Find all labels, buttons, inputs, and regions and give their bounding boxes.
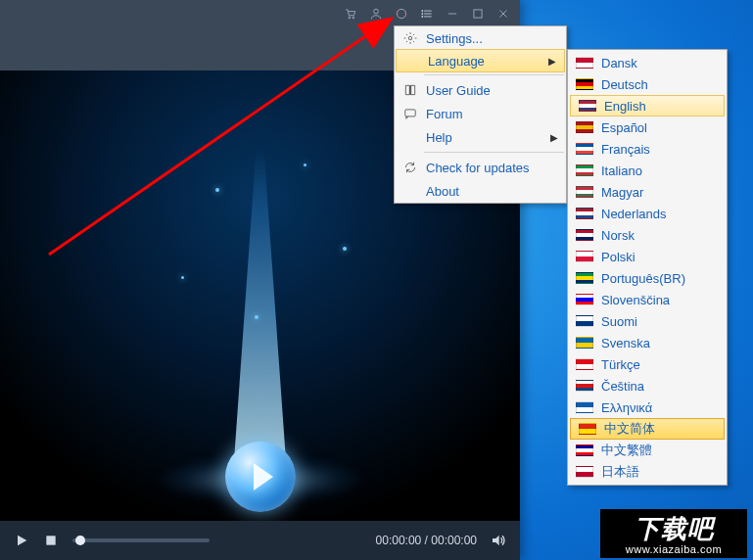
menu-item-language[interactable]: Language ▶	[396, 49, 565, 72]
menu-item-user-guide[interactable]: User Guide	[395, 78, 566, 102]
flag-icon	[576, 401, 593, 413]
flag-icon	[576, 186, 593, 198]
menu-item-settings[interactable]: Settings...	[395, 26, 566, 50]
svg-point-0	[349, 17, 351, 19]
language-item[interactable]: English	[570, 95, 725, 117]
close-button[interactable]	[492, 2, 515, 25]
language-label: Español	[601, 120, 647, 135]
support-icon[interactable]	[390, 2, 413, 25]
stop-button[interactable]	[43, 533, 59, 548]
menu-item-help[interactable]: Help ▶	[395, 125, 566, 149]
menu-label: User Guide	[422, 83, 558, 98]
flag-icon	[576, 121, 593, 133]
language-item[interactable]: Čeština	[568, 375, 727, 397]
language-label: 中文简体	[604, 420, 655, 438]
menu-list-icon[interactable]	[415, 2, 439, 25]
language-label: 日本語	[601, 463, 639, 481]
svg-marker-17	[493, 536, 499, 546]
watermark-url: www.xiazaiba.com	[626, 543, 722, 555]
menu-label: About	[422, 184, 558, 199]
language-label: Türkçe	[601, 357, 640, 372]
language-item[interactable]: Italiano	[568, 160, 727, 181]
language-item[interactable]: Magyar	[568, 181, 727, 203]
particle	[181, 276, 184, 279]
menu-item-about[interactable]: About	[395, 179, 566, 203]
svg-point-18	[408, 36, 412, 40]
svg-marker-15	[18, 536, 26, 546]
volume-button[interactable]	[491, 533, 506, 548]
language-item[interactable]: Slovenščina	[568, 289, 727, 310]
svg-point-8	[422, 10, 423, 11]
flag-icon	[576, 251, 593, 262]
language-label: Português(BR)	[601, 271, 685, 286]
language-label: Svenska	[601, 336, 650, 350]
player-controls: 00:00:00 / 00:00:00	[0, 521, 520, 560]
progress-slider[interactable]	[72, 538, 210, 542]
language-item[interactable]: Ελληνικά	[568, 397, 727, 418]
particle	[215, 188, 219, 192]
settings-menu: Settings... Language ▶ User Guide Forum …	[394, 25, 567, 204]
flag-icon	[576, 294, 593, 305]
language-item[interactable]: Nederlands	[568, 203, 727, 224]
language-item[interactable]: Türkçe	[568, 353, 727, 375]
language-item[interactable]: 中文简体	[570, 418, 725, 440]
flag-icon	[576, 358, 593, 370]
time-current: 00:00:00	[376, 534, 422, 547]
language-item[interactable]: Español	[568, 117, 727, 138]
menu-label: Check for updates	[422, 161, 558, 175]
user-icon[interactable]	[364, 2, 388, 25]
flag-icon	[576, 57, 593, 69]
play-orb-icon[interactable]	[225, 442, 296, 512]
particle	[343, 247, 347, 251]
language-label: Dansk	[601, 56, 637, 70]
flag-icon	[576, 143, 593, 155]
language-item[interactable]: Polski	[568, 246, 727, 267]
language-item[interactable]: Svenska	[568, 332, 727, 353]
menu-label: Forum	[422, 107, 558, 121]
watermark-text: 下载吧	[635, 512, 714, 546]
language-item[interactable]: Suomi	[568, 310, 727, 332]
svg-rect-19	[405, 110, 416, 117]
language-item[interactable]: Français	[568, 138, 727, 160]
menu-separator	[424, 74, 564, 75]
language-label: Magyar	[601, 185, 643, 200]
svg-point-9	[422, 13, 423, 14]
menu-label: Help	[422, 130, 550, 145]
language-item[interactable]: Português(BR)	[568, 267, 727, 289]
time-separator: /	[421, 534, 431, 547]
language-label: Norsk	[601, 228, 635, 243]
menu-item-check-updates[interactable]: Check for updates	[395, 156, 566, 179]
language-item[interactable]: Dansk	[568, 52, 727, 73]
language-label: English	[604, 99, 646, 114]
language-label: Suomi	[601, 314, 637, 329]
language-item[interactable]: 日本語	[568, 461, 727, 483]
language-label: Nederlands	[601, 207, 667, 221]
svg-rect-16	[46, 536, 55, 544]
flag-icon	[579, 423, 596, 435]
gear-icon	[399, 31, 422, 45]
minimize-button[interactable]	[441, 2, 464, 25]
flag-icon	[576, 229, 593, 241]
maximize-button[interactable]	[466, 2, 490, 25]
submenu-arrow-icon: ▶	[548, 56, 556, 67]
time-display: 00:00:00 / 00:00:00	[376, 534, 477, 547]
time-total: 00:00:00	[431, 534, 477, 547]
particle	[304, 163, 306, 166]
language-label: Ελληνικά	[601, 400, 652, 415]
beam-graphic	[221, 149, 300, 482]
chat-icon	[399, 107, 422, 120]
language-submenu: DanskDeutschEnglishEspañolFrançaisItalia…	[567, 49, 728, 486]
menu-label: Settings...	[422, 31, 558, 46]
titlebar	[0, 0, 520, 26]
menu-label: Language	[424, 54, 548, 69]
cart-icon[interactable]	[339, 2, 362, 25]
flag-icon	[576, 315, 593, 327]
language-item[interactable]: 中文繁體	[568, 440, 727, 461]
language-label: Deutsch	[601, 77, 648, 92]
flag-icon	[576, 466, 593, 478]
language-item[interactable]: Deutsch	[568, 73, 727, 95]
svg-point-1	[353, 17, 354, 19]
language-item[interactable]: Norsk	[568, 224, 727, 246]
menu-item-forum[interactable]: Forum	[395, 102, 566, 125]
play-button[interactable]	[14, 533, 29, 548]
